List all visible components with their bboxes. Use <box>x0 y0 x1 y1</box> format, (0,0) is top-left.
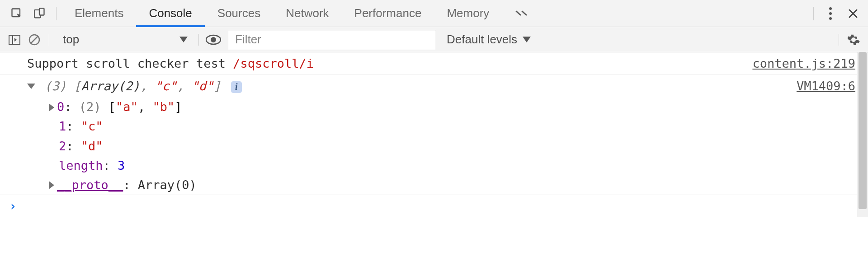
object-properties: 0: (2) ["a", "b"] 1: "c" 2: "d" length: … <box>0 97 868 195</box>
more-tabs-icon[interactable] <box>502 0 541 27</box>
bracket: [ <box>74 79 81 93</box>
kebab-menu-icon[interactable] <box>819 2 842 25</box>
info-badge-icon[interactable]: i <box>231 81 242 93</box>
object-property[interactable]: length: 3 <box>49 156 855 175</box>
array-preview-item: "d" <box>191 79 213 93</box>
disclosure-triangle-icon[interactable] <box>49 103 54 112</box>
bracket: ] <box>213 79 221 93</box>
log-levels-label: Default levels <box>447 33 517 47</box>
separator <box>813 7 814 20</box>
console-settings-icon[interactable] <box>844 30 863 50</box>
object-property[interactable]: 1: "c" <box>49 116 855 136</box>
message-text: Support scroll checker test <box>27 56 233 70</box>
console-message[interactable]: (3) [Array(2), "c", "d"] i VM1409:6 <box>0 75 868 97</box>
object-property[interactable]: 0: (2) ["a", "b"] <box>49 97 855 116</box>
tab-network[interactable]: Network <box>273 0 341 27</box>
svg-point-3 <box>829 7 832 10</box>
array-length: (3) <box>44 79 66 93</box>
clear-console-icon[interactable] <box>24 30 44 50</box>
disclosure-triangle-icon[interactable] <box>49 181 54 189</box>
separator <box>839 34 839 46</box>
tab-sources[interactable]: Sources <box>205 0 273 27</box>
source-link[interactable]: VM1409:6 <box>797 77 855 95</box>
inspect-icon[interactable] <box>5 2 28 25</box>
console-toolbar: top Default levels <box>0 27 868 52</box>
execution-context-select[interactable]: top <box>54 30 194 50</box>
object-property[interactable]: 2: "d" <box>49 136 855 156</box>
scrollbar[interactable] <box>857 52 868 217</box>
tab-performance[interactable]: Performance <box>342 0 434 27</box>
live-expression-icon[interactable] <box>203 30 223 50</box>
separator <box>198 34 199 46</box>
array-preview-item: "c" <box>155 79 177 93</box>
console-sidebar-toggle-icon[interactable] <box>5 30 24 50</box>
tab-memory[interactable]: Memory <box>434 0 502 27</box>
svg-rect-2 <box>39 8 44 15</box>
tab-elements[interactable]: Elements <box>62 0 136 27</box>
svg-point-4 <box>829 12 832 15</box>
panel-tabs: Elements Console Sources Network Perform… <box>62 0 541 27</box>
message-regex: /sqscroll/i <box>233 56 314 70</box>
chevron-down-icon <box>179 37 188 42</box>
devtools-tabbar: Elements Console Sources Network Perform… <box>0 0 868 27</box>
source-link[interactable]: content.js:219 <box>752 55 855 72</box>
scrollbar-thumb[interactable] <box>859 52 867 209</box>
separator <box>56 7 57 20</box>
tab-console[interactable]: Console <box>136 0 204 27</box>
svg-point-5 <box>829 17 832 20</box>
console-output: Support scroll checker test /sqscroll/i … <box>0 52 868 217</box>
execution-context-label: top <box>63 33 79 47</box>
svg-point-11 <box>211 37 216 42</box>
log-levels-select[interactable]: Default levels <box>440 33 537 47</box>
close-icon[interactable] <box>842 2 864 25</box>
array-preview-item: Array(2) <box>81 79 140 93</box>
separator <box>49 34 49 46</box>
console-prompt[interactable]: › <box>0 195 868 217</box>
svg-line-9 <box>31 36 38 43</box>
chevron-down-icon <box>523 37 531 42</box>
console-message[interactable]: Support scroll checker test /sqscroll/i … <box>0 52 868 75</box>
device-toolbar-icon[interactable] <box>28 2 51 25</box>
filter-input[interactable] <box>228 30 436 50</box>
disclosure-triangle-icon[interactable] <box>27 84 35 89</box>
object-property[interactable]: __proto__: Array(0) <box>49 175 855 195</box>
